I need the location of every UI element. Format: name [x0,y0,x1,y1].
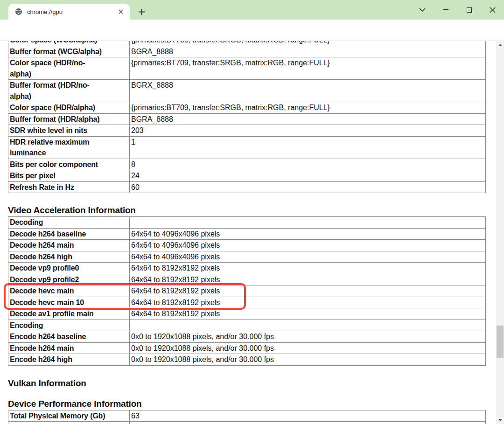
row-label: Encode h264 baseline [8,331,130,343]
row-label: Buffer format (HDR/no- alpha) [8,80,130,102]
row-value: BGRA_8888 [130,46,486,57]
table-row: Total Physical Memory (Gb) 63 [8,410,486,422]
row-value: 0x0 to 1920x1088 pixels, and/or 30.000 f… [130,354,486,366]
row-value: 1 [130,136,486,159]
new-tab-button[interactable] [135,6,147,18]
row-value: {primaries:BT709, transfer:SRGB, matrix:… [130,57,486,80]
table-row: Decode av1 profile main 64x64 to 8192x81… [8,308,486,320]
row-value: BGRA_8888 [130,113,486,125]
row-label: Encode h264 high [8,354,130,366]
row-label: Decode vp9 profile0 [8,263,130,274]
table-row: Encode h264 main 0x0 to 1920x1088 pixels… [8,342,486,354]
table-row: Color space (HDR/no- alpha) {primaries:B… [8,57,486,80]
row-value: 24 [130,170,486,182]
vertical-scrollbar[interactable] [496,41,504,424]
table-row: Color space (WCG/alpha) {primaries:BT709… [8,41,486,46]
table-row: Bits per color component 8 [8,159,486,170]
table-row: Encode h264 baseline 0x0 to 1920x1088 pi… [8,331,486,343]
row-value: {primaries:BT709, transfer:SRGB, matrix:… [130,102,486,114]
row-value: 953 [130,422,486,424]
row-value: {primaries:BT709, transfer:SRGB, matrix:… [130,41,486,46]
row-label: Bits per pixel [8,170,130,182]
table-row: Buffer format (WCG/alpha) BGRA_8888 [8,46,486,57]
row-value: 64x64 to 8192x8192 pixels [130,274,486,285]
page-content: Color space (WCG/alpha) {primaries:BT709… [0,41,496,424]
tab-close-icon[interactable] [117,7,125,16]
row-label: HDR relative maximum luminance [8,136,130,159]
table-row: Decode hevc main 64x64 to 8192x8192 pixe… [8,285,486,297]
minimize-button[interactable] [434,0,457,20]
row-value: BGRX_8888 [130,80,486,102]
table-row: Buffer format (HDR/no- alpha) BGRX_8888 [8,80,486,102]
row-label: Decode hevc main [8,285,130,297]
browser-window: chrome://gpu [0,0,504,424]
table-row: Total Disk Space (Gb) 953 [8,422,486,424]
row-label: Color space (WCG/alpha) [8,41,130,46]
row-label: Total Physical Memory (Gb) [8,410,130,422]
chevron-down-icon[interactable] [411,0,434,20]
table-row: Decode h264 baseline 64x64 to 4096x4096 … [8,228,486,240]
row-label: Bits per color component [8,159,130,170]
device-performance-table: Total Physical Memory (Gb) 63 Total Disk… [8,410,486,424]
table-row: Decode h264 high 64x64 to 4096x4096 pixe… [8,251,486,263]
row-label: Decode vp9 profile2 [8,274,130,285]
table-row: HDR relative maximum luminance 1 [8,136,486,159]
table-row: Decode vp9 profile2 64x64 to 8192x8192 p… [8,274,486,285]
row-label: Decode h264 high [8,251,130,263]
row-label: Buffer format (HDR/alpha) [8,113,130,125]
maximize-button[interactable] [457,0,481,20]
row-label: Decode hevc main 10 [8,297,130,308]
row-label: Encoding [8,320,130,331]
vulkan-heading: Vulkan Information [8,378,496,388]
row-label: Refresh Rate in Hz [8,181,130,193]
table-row: Encode h264 high 0x0 to 1920x1088 pixels… [8,354,486,366]
row-value [130,320,486,331]
device-performance-heading: Device Performance Information [8,399,496,409]
video-acceleration-table: Decoding Decode h264 baseline 64x64 to 4… [8,216,486,366]
close-button[interactable] [481,0,504,20]
table-row: Buffer format (HDR/alpha) BGRA_8888 [8,113,486,125]
row-value: 60 [130,181,486,193]
row-label: Decode h264 main [8,240,130,251]
page-favicon-globe-icon [15,8,22,15]
row-value: 63 [130,410,486,422]
table-row: Decode vp9 profile0 64x64 to 8192x8192 p… [8,263,486,274]
row-value: 8 [130,159,486,170]
tab-title: chrome://gpu [27,8,117,15]
scrollbar-up-arrow-icon[interactable] [496,41,504,49]
row-label: Decode h264 baseline [8,228,130,240]
row-value: 64x64 to 8192x8192 pixels [130,308,486,320]
table-row: Encoding [8,320,486,331]
row-label: Color space (HDR/alpha) [8,102,130,114]
table-row: Decoding [8,217,486,229]
video-acceleration-heading: Video Acceleration Information [8,205,496,215]
row-label: Decode av1 profile main [8,308,130,320]
row-value: 64x64 to 4096x4096 pixels [130,251,486,263]
row-value [130,217,486,229]
table-row: Decode hevc main 10 64x64 to 8192x8192 p… [8,297,486,308]
row-value: 0x0 to 1920x1088 pixels, and/or 30.000 f… [130,342,486,354]
tab-strip: chrome://gpu [0,0,504,20]
row-label: Decoding [8,217,130,229]
row-value: 64x64 to 4096x4096 pixels [130,228,486,240]
row-label: SDR white level in nits [8,125,130,137]
row-label: Total Disk Space (Gb) [8,422,130,424]
row-value: 64x64 to 4096x4096 pixels [130,240,486,251]
row-value: 64x64 to 8192x8192 pixels [130,285,486,297]
row-value: 203 [130,125,486,137]
row-value: 0x0 to 1920x1088 pixels, and/or 30.000 f… [130,331,486,343]
tab-chrome-gpu[interactable]: chrome://gpu [8,4,130,20]
browser-toolbar: Chrome | chrome:// gpu ★ [0,20,504,41]
row-label: Color space (HDR/no- alpha) [8,57,130,80]
row-label: Buffer format (WCG/alpha) [8,46,130,57]
row-value: 64x64 to 8192x8192 pixels [130,263,486,274]
table-row: Bits per pixel 24 [8,170,486,182]
scrollbar-thumb[interactable] [497,326,504,358]
table-row: SDR white level in nits 203 [8,125,486,137]
row-label: Encode h264 main [8,342,130,354]
table-row: Color space (HDR/alpha) {primaries:BT709… [8,102,486,114]
row-value: 64x64 to 8192x8192 pixels [130,297,486,308]
scrollbar-down-arrow-icon[interactable] [496,416,504,424]
table-row: Decode h264 main 64x64 to 4096x4096 pixe… [8,240,486,251]
table-row: Refresh Rate in Hz 60 [8,181,486,193]
